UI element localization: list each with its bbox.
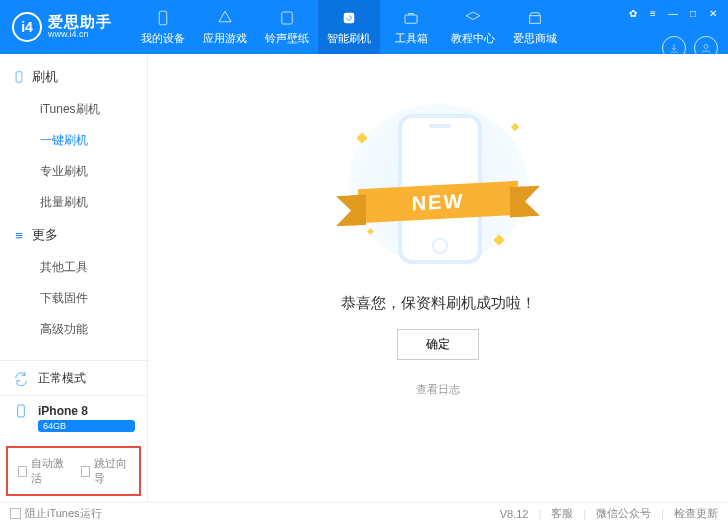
svg-rect-7 (18, 405, 25, 417)
svg-rect-2 (344, 12, 355, 23)
list-icon: ≡ (12, 228, 26, 242)
svg-rect-0 (159, 11, 167, 25)
skip-guide-checkbox[interactable]: 跳过向导 (81, 456, 130, 486)
nav-my-device[interactable]: 我的设备 (132, 0, 194, 54)
auto-activate-checkbox[interactable]: 自动激活 (18, 456, 67, 486)
apps-icon (216, 9, 234, 27)
group-title: 刷机 (32, 68, 58, 86)
music-icon (278, 9, 296, 27)
close-icon[interactable]: ✕ (706, 6, 720, 20)
block-itunes-checkbox[interactable]: 阻止iTunes运行 (10, 506, 102, 521)
minimize-icon[interactable]: — (666, 6, 680, 20)
view-log-link[interactable]: 查看日志 (416, 382, 460, 397)
sidebar-group-flash: 刷机 (0, 60, 147, 94)
sync-icon (12, 369, 30, 387)
group-title: 更多 (32, 226, 58, 244)
nav-label: 我的设备 (141, 31, 185, 46)
new-ribbon: NEW (358, 181, 518, 223)
chk-label: 阻止iTunes运行 (25, 506, 102, 521)
device-name: iPhone 8 (38, 404, 88, 418)
sidebar-item-download-firmware[interactable]: 下载固件 (0, 283, 147, 314)
support-link[interactable]: 客服 (551, 506, 573, 521)
device-mode[interactable]: 正常模式 (0, 360, 147, 395)
top-nav: 我的设备 应用游戏 铃声壁纸 智能刷机 工具箱 教程中心 爱思商城 (132, 0, 566, 54)
app-domain: www.i4.cn (48, 30, 112, 40)
sidebar-item-batch-flash[interactable]: 批量刷机 (0, 187, 147, 218)
nav-ringtones[interactable]: 铃声壁纸 (256, 0, 318, 54)
logo-icon: i4 (12, 12, 42, 42)
phone-icon (154, 9, 172, 27)
device-icon (12, 402, 30, 420)
settings-icon[interactable]: ✿ (626, 6, 640, 20)
sidebar-item-other-tools[interactable]: 其他工具 (0, 252, 147, 283)
nav-tutorials[interactable]: 教程中心 (442, 0, 504, 54)
nav-label: 应用游戏 (203, 31, 247, 46)
nav-label: 铃声壁纸 (265, 31, 309, 46)
flash-options-highlighted: 自动激活 跳过向导 (6, 446, 141, 496)
sidebar: 刷机 iTunes刷机 一键刷机 专业刷机 批量刷机 ≡ 更多 其他工具 下载固… (0, 54, 148, 502)
svg-point-5 (704, 45, 708, 49)
storage-badge: 64GB (38, 420, 135, 432)
toolbox-icon (402, 9, 420, 27)
book-icon (464, 9, 482, 27)
nav-label: 工具箱 (395, 31, 428, 46)
phone-icon (12, 70, 26, 84)
store-icon (526, 9, 544, 27)
nav-toolbox[interactable]: 工具箱 (380, 0, 442, 54)
wechat-link[interactable]: 微信公众号 (596, 506, 651, 521)
sidebar-item-advanced[interactable]: 高级功能 (0, 314, 147, 345)
nav-label: 教程中心 (451, 31, 495, 46)
svg-rect-4 (530, 15, 541, 23)
nav-apps[interactable]: 应用游戏 (194, 0, 256, 54)
logo-text-short: i4 (21, 19, 33, 35)
success-illustration: NEW (328, 104, 548, 264)
maximize-icon[interactable]: □ (686, 6, 700, 20)
svg-rect-3 (405, 15, 417, 23)
menu-icon[interactable]: ≡ (646, 6, 660, 20)
sidebar-item-itunes-flash[interactable]: iTunes刷机 (0, 94, 147, 125)
version-label: V8.12 (500, 508, 529, 520)
nav-flash[interactable]: 智能刷机 (318, 0, 380, 54)
logo: i4 爱思助手 www.i4.cn (0, 12, 124, 42)
check-update-link[interactable]: 检查更新 (674, 506, 718, 521)
app-name: 爱思助手 (48, 14, 112, 31)
sidebar-item-oneclick-flash[interactable]: 一键刷机 (0, 125, 147, 156)
device-info[interactable]: iPhone 8 64GB (0, 395, 147, 442)
svg-rect-6 (16, 72, 22, 83)
nav-store[interactable]: 爱思商城 (504, 0, 566, 54)
refresh-icon (340, 9, 358, 27)
chk-label: 自动激活 (31, 456, 66, 486)
mode-label: 正常模式 (38, 370, 86, 387)
main-content: NEW 恭喜您，保资料刷机成功啦！ 确定 查看日志 (148, 54, 728, 502)
app-header: i4 爱思助手 www.i4.cn 我的设备 应用游戏 铃声壁纸 智能刷机 工具… (0, 0, 728, 54)
sidebar-item-pro-flash[interactable]: 专业刷机 (0, 156, 147, 187)
confirm-button[interactable]: 确定 (397, 329, 479, 360)
window-controls: ✿ ≡ — □ ✕ (626, 6, 720, 20)
success-message: 恭喜您，保资料刷机成功啦！ (341, 294, 536, 313)
nav-label: 智能刷机 (327, 31, 371, 46)
sidebar-group-more: ≡ 更多 (0, 218, 147, 252)
svg-rect-1 (282, 12, 293, 24)
chk-label: 跳过向导 (94, 456, 129, 486)
status-bar: 阻止iTunes运行 V8.12 | 客服 | 微信公众号 | 检查更新 (0, 502, 728, 524)
nav-label: 爱思商城 (513, 31, 557, 46)
